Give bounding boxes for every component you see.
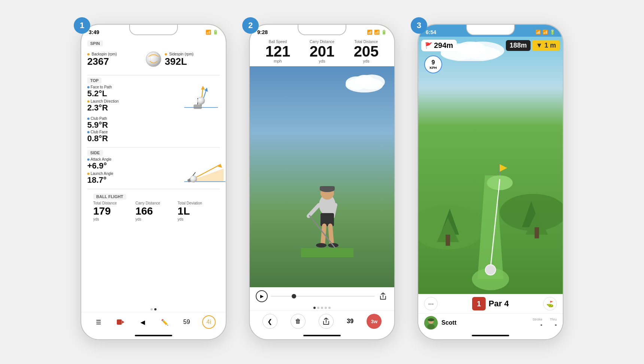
p3-hole-info-bar[interactable]: ··· 1 Par 4 ⛳: [418, 294, 563, 313]
svg-point-59: [427, 324, 435, 329]
top-view-diagram: [182, 85, 220, 115]
wifi-icon-1: 📶: [206, 30, 211, 35]
sidespin-group: Sidespin (rpm) 392L: [165, 52, 220, 66]
phone-1-notch: [129, 25, 178, 35]
share-button[interactable]: [378, 291, 388, 301]
scrubber[interactable]: [271, 296, 375, 297]
badge-2: 2: [242, 17, 259, 34]
svg-rect-27: [320, 186, 335, 191]
bottom-toolbar-1[interactable]: ☰ ◀ ✏️ 59 4i: [81, 312, 226, 332]
p2-dot-2: [317, 307, 319, 309]
dot-1: [151, 308, 153, 310]
share-button-2[interactable]: [319, 314, 334, 329]
p2-stats-row: Ball Speed 121 mph Carry Distance 201 yd…: [250, 37, 394, 66]
distance-to-flag-badge: 🚩 294m: [421, 40, 457, 51]
edit-button[interactable]: ✏️: [158, 315, 171, 329]
svg-rect-18: [117, 319, 122, 325]
svg-line-28: [309, 205, 319, 216]
signal-icon-3: 📶: [535, 30, 541, 35]
ball-flight-label: BALL FLIGHT: [93, 194, 126, 200]
side-label: SIDE: [87, 150, 103, 156]
svg-point-23: [355, 75, 374, 86]
options-button[interactable]: ···: [424, 297, 438, 310]
wind-badge: 9 KPH: [424, 55, 442, 73]
svg-marker-50: [500, 164, 507, 172]
svg-point-17: [190, 176, 197, 182]
phone-1-content: SPIN Backspin (rpm) 2367: [81, 37, 226, 307]
status-icons-2: 📶 📶 🔋: [367, 30, 387, 35]
p2-video-area: [250, 66, 394, 287]
svg-point-33: [316, 243, 326, 248]
club-button[interactable]: 4i: [202, 315, 216, 329]
play-button[interactable]: ▶: [256, 290, 268, 302]
time-1: 3:49: [89, 29, 99, 35]
flag-icon: 🚩: [425, 42, 432, 49]
phone-3-notch: [466, 25, 515, 35]
distance-value: 294m: [434, 41, 453, 50]
player-scores: Stroke - Thru -: [532, 318, 557, 328]
battery-icon-2: 🔋: [381, 30, 387, 35]
svg-marker-5: [201, 86, 205, 90]
svg-rect-8: [194, 104, 202, 109]
svg-marker-19: [122, 321, 124, 324]
svg-point-0: [146, 52, 161, 67]
ball-speed-stat: Ball Speed 121 mph: [265, 40, 291, 63]
phone-2-frame: 9:28 📶 📶 🔋 Ball Speed 121 mph Carry Dist…: [249, 24, 395, 340]
p2-dot-3: [321, 307, 323, 309]
sound-button[interactable]: ◀: [136, 315, 149, 329]
home-indicator-2: [250, 332, 394, 339]
phone-3-frame: 6:54 📶 📶 🔋 �: [417, 24, 564, 340]
phone-2-content: Ball Speed 121 mph Carry Distance 201 yd…: [250, 37, 394, 339]
course-svg: [418, 37, 563, 294]
svg-rect-30: [321, 213, 334, 226]
p2-playback-controls[interactable]: ▶: [250, 287, 394, 305]
toolbar-dots-1: [81, 308, 226, 310]
badge-1: 1: [74, 17, 90, 34]
backspin-dot: [87, 53, 89, 55]
top-section: TOP Face to Path 5.2°L Launch Direction …: [87, 77, 220, 143]
phone-2-wrapper: 2 9:28 📶 📶 🔋 Ball Speed 121 mph Carry Di…: [249, 24, 395, 340]
count-button[interactable]: 59: [180, 315, 194, 329]
shot-count: 39: [347, 318, 353, 325]
wifi-icon-2: 📶: [374, 30, 380, 35]
ball-flight-section: BALL FLIGHT Total Distance 179 yds Carry…: [87, 191, 220, 223]
svg-rect-53: [446, 235, 450, 246]
spin-row: Backspin (rpm) 2367: [87, 48, 220, 70]
club-badge[interactable]: 3w: [367, 314, 382, 329]
p2-bottom-bar[interactable]: ❮ 🗑 39 3w: [250, 310, 394, 332]
hole-number: 1: [472, 297, 486, 310]
video-button[interactable]: [114, 315, 127, 329]
status-icons-1: 📶 🔋: [206, 30, 218, 35]
p3-course-view: 🚩 294m 188m ▼ 1 m 9 KPH: [418, 37, 563, 294]
stroke-score: Stroke -: [532, 318, 542, 328]
top-label: TOP: [87, 78, 101, 84]
status-icons-3: 📶 📶 🔋: [535, 30, 555, 35]
side-section: SIDE Attack Angle +6.9° Launch Angle 18.…: [87, 149, 220, 184]
clouds-svg: [342, 70, 387, 92]
side-view-diagram: [182, 157, 220, 183]
par-info: Par 4: [489, 299, 509, 309]
scrubber-dot[interactable]: [292, 294, 296, 298]
delete-button[interactable]: 🗑: [291, 314, 306, 329]
menu-button[interactable]: ☰: [92, 315, 105, 329]
home-bar-2: [303, 335, 341, 336]
svg-rect-56: [535, 227, 539, 239]
back-button[interactable]: ❮: [262, 314, 277, 329]
phone-3-wrapper: 3 6:54 📶 📶 🔋: [417, 24, 564, 340]
total-distance-metric: Total Distance 179 yds: [93, 201, 130, 221]
home-indicator-3: [418, 332, 563, 339]
p2-dot-5: [328, 307, 331, 309]
phone-1-frame: 3:49 📶 🔋 SPIN Backspin (rpm) 2367: [80, 24, 227, 340]
spin-ball: [142, 48, 165, 70]
flag-button[interactable]: ⛳: [543, 297, 557, 310]
total-distance-stat: Total Distance 205 yds: [354, 40, 379, 63]
p2-dots: [250, 305, 394, 310]
svg-rect-37: [301, 248, 353, 257]
yardage-2-badge: ▼ 1 m: [532, 40, 560, 51]
wifi-icon-3: 📶: [543, 30, 548, 35]
yardage-1-badge: 188m: [506, 40, 531, 51]
p2-dot-1: [313, 307, 316, 309]
svg-point-48: [485, 265, 496, 275]
spin-section: SPIN Backspin (rpm) 2367: [87, 40, 220, 70]
total-deviation-metric: Total Deviation 1L yds: [177, 201, 214, 221]
